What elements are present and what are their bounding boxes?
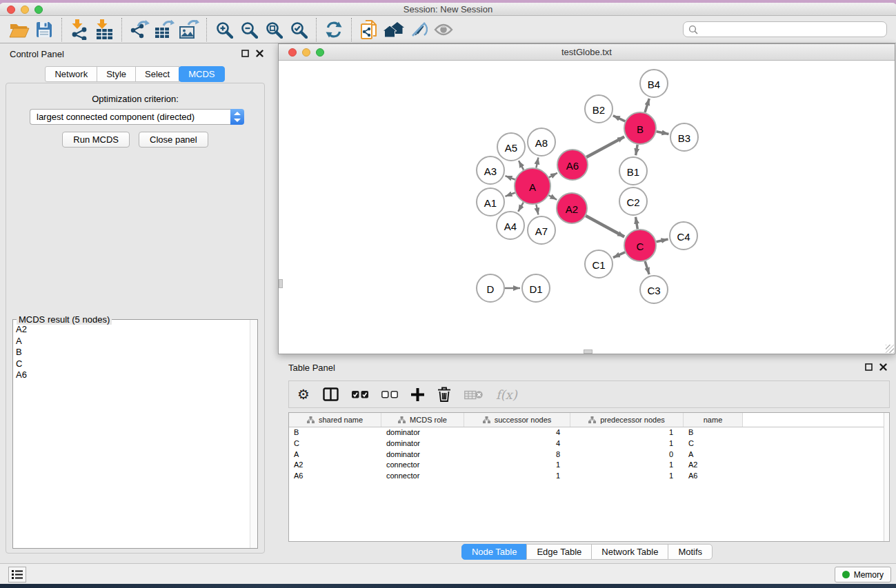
table-cell[interactable]: 1: [464, 471, 570, 482]
table-cell[interactable]: 1: [570, 438, 684, 449]
vertical-scroll-indicator[interactable]: [279, 279, 283, 288]
edge-A-A3[interactable]: [506, 176, 515, 179]
edge-A-A6[interactable]: [549, 173, 557, 177]
tab-edge-table[interactable]: Edge Table: [526, 544, 592, 560]
tab-network-table[interactable]: Network Table: [591, 544, 668, 560]
resize-grip-icon[interactable]: [886, 345, 894, 353]
table-row[interactable]: Cdominator41C: [289, 438, 889, 449]
node-B2[interactable]: B2: [585, 95, 613, 123]
table-cell[interactable]: 1: [570, 427, 684, 438]
node-C2[interactable]: C2: [619, 187, 647, 215]
node-B4[interactable]: B4: [640, 70, 668, 97]
network-canvas[interactable]: AA1A2A3A4A5A6A7A8BB1B2B3B4CC1C2C3C4DD1: [279, 61, 895, 354]
table-row[interactable]: A6connector11A6: [289, 471, 889, 482]
export-image-icon[interactable]: [177, 17, 201, 42]
mcds-result-item[interactable]: A2: [16, 324, 249, 336]
memory-button[interactable]: Memory: [835, 567, 891, 582]
table-cell[interactable]: C: [684, 438, 743, 449]
node-A1[interactable]: A1: [477, 188, 504, 216]
edge-A-A5[interactable]: [519, 161, 524, 170]
zoom-fit-icon[interactable]: [261, 17, 286, 42]
node-A6-mcds[interactable]: A6: [557, 150, 588, 180]
mcds-result-item[interactable]: A: [16, 336, 249, 347]
node-C4[interactable]: C4: [670, 222, 697, 250]
edge-C-C1[interactable]: [613, 252, 625, 258]
table-cell[interactable]: dominator: [381, 438, 464, 449]
edge-C-C3[interactable]: [645, 261, 649, 274]
node-C1[interactable]: C1: [585, 250, 613, 278]
table-cell[interactable]: B: [289, 427, 381, 438]
edge-A-A8[interactable]: [536, 158, 538, 168]
run-mcds-button[interactable]: Run MCDS: [62, 132, 130, 148]
save-session-icon[interactable]: [32, 17, 57, 42]
node-B1[interactable]: B1: [619, 157, 647, 185]
edge-A-A4[interactable]: [518, 203, 524, 212]
table-cell[interactable]: 0: [570, 449, 684, 460]
column-header-mcds-role[interactable]: MCDS role: [381, 413, 464, 427]
edge-A6-B[interactable]: [586, 136, 624, 157]
zoom-selected-icon[interactable]: [286, 17, 311, 42]
column-header-predecessor-nodes[interactable]: predecessor nodes: [570, 413, 684, 427]
hide-graphics-icon[interactable]: [406, 17, 431, 42]
edge-A-A7[interactable]: [536, 204, 538, 214]
close-panel-icon[interactable]: [255, 49, 264, 58]
node-A4[interactable]: A4: [497, 212, 524, 239]
edge-A-A2[interactable]: [549, 195, 557, 200]
table-cell[interactable]: 4: [464, 427, 570, 438]
table-cell[interactable]: 1: [570, 460, 684, 471]
zoom-out-icon[interactable]: [237, 17, 261, 42]
edge-B-B4[interactable]: [645, 99, 649, 112]
table-row[interactable]: A2connector11A2: [289, 460, 889, 471]
edge-C-C4[interactable]: [656, 239, 668, 242]
refresh-icon[interactable]: [321, 17, 346, 42]
search-input[interactable]: [701, 25, 882, 34]
node-A2-mcds[interactable]: A2: [557, 193, 587, 223]
node-A8[interactable]: A8: [528, 128, 555, 156]
node-B3[interactable]: B3: [670, 123, 698, 151]
node-A7[interactable]: A7: [528, 216, 555, 244]
node-A3[interactable]: A3: [477, 156, 504, 184]
node-C-mcds[interactable]: C: [624, 230, 656, 261]
table-cell[interactable]: A6: [289, 471, 381, 482]
column-header-shared-name[interactable]: shared name: [289, 413, 381, 427]
show-column-icon[interactable]: [323, 387, 339, 401]
table-cell[interactable]: 8: [464, 449, 570, 460]
table-cell[interactable]: connector: [381, 460, 464, 471]
table-cell[interactable]: dominator: [381, 427, 464, 438]
table-cell[interactable]: dominator: [381, 449, 464, 460]
mcds-result-item[interactable]: C: [16, 358, 249, 370]
table-cell[interactable]: A2: [289, 460, 381, 471]
node-C3[interactable]: C3: [640, 276, 668, 303]
mcds-result-item[interactable]: B: [16, 347, 249, 358]
edge-C-C2[interactable]: [636, 217, 638, 230]
import-table-icon[interactable]: [92, 17, 117, 42]
tab-select[interactable]: Select: [135, 66, 179, 82]
mcds-result-item[interactable]: A6: [16, 369, 249, 381]
tab-network[interactable]: Network: [45, 66, 97, 82]
add-row-icon[interactable]: [411, 388, 424, 401]
table-cell[interactable]: A6: [684, 471, 743, 482]
edge-B-B3[interactable]: [657, 132, 669, 134]
export-table-icon[interactable]: [152, 17, 177, 42]
select-all-icon[interactable]: [352, 391, 368, 398]
node-B-mcds[interactable]: B: [624, 112, 656, 144]
table-cell[interactable]: A: [684, 449, 743, 460]
edge-A-A1[interactable]: [506, 193, 515, 196]
node-A-mcds[interactable]: A: [515, 168, 550, 204]
task-history-button[interactable]: [8, 567, 26, 582]
table-scrollbar[interactable]: [884, 413, 889, 541]
export-network-icon[interactable]: [127, 17, 152, 42]
edge-B-B1[interactable]: [636, 145, 638, 156]
show-details-icon[interactable]: [431, 17, 456, 42]
tab-mcds[interactable]: MCDS: [179, 66, 224, 82]
table-cell[interactable]: A: [289, 449, 381, 460]
table-settings-icon[interactable]: ⚙: [297, 387, 310, 401]
table-cell[interactable]: B: [684, 427, 743, 438]
table-row[interactable]: Adominator80A: [289, 449, 889, 460]
node-D[interactable]: D: [477, 274, 504, 302]
table-cell[interactable]: 1: [464, 460, 570, 471]
import-network-icon[interactable]: [67, 17, 92, 42]
deselect-all-icon[interactable]: [381, 391, 398, 398]
optimization-criterion-select[interactable]: largest connected component (directed): [30, 109, 244, 125]
node-D1[interactable]: D1: [522, 274, 550, 302]
